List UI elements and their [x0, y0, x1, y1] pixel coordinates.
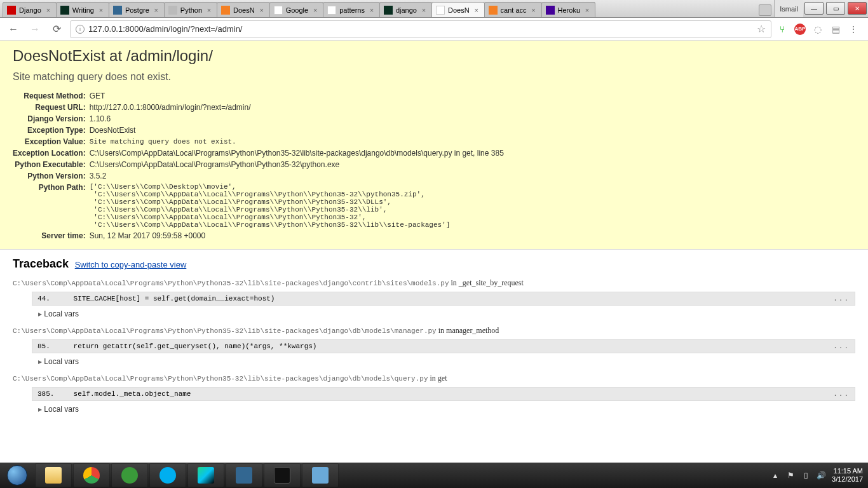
value: C:\Users\Comp\AppData\Local\Programs\Pyt…: [90, 159, 504, 170]
switch-view-link[interactable]: Switch to copy-and-paste view: [75, 260, 187, 269]
local-vars-toggle[interactable]: Local vars: [38, 405, 855, 414]
address-bar[interactable]: i ☆: [70, 20, 771, 38]
label: Request Method:: [13, 90, 90, 102]
browser-tab[interactable]: Python×: [164, 2, 217, 17]
browser-tab[interactable]: django×: [379, 2, 432, 17]
site-info-icon[interactable]: i: [76, 25, 85, 34]
label: Python Path:: [13, 182, 90, 230]
tab-close-icon[interactable]: ×: [153, 6, 160, 14]
value: 1.10.6: [90, 113, 504, 125]
expand-context-icon[interactable]: ...: [833, 390, 850, 398]
tab-close-icon[interactable]: ×: [530, 6, 538, 14]
maximize-button[interactable]: ▭: [826, 2, 845, 15]
tab-favicon: [436, 6, 445, 15]
tray-date: 3/12/2017: [832, 475, 863, 484]
browser-tab[interactable]: DoesN×: [431, 2, 485, 17]
tray-clock[interactable]: 11:15 AM 3/12/2017: [832, 467, 863, 484]
browser-tab[interactable]: Django×: [3, 2, 57, 17]
tab-title: patterns: [339, 6, 365, 14]
taskbar-item-notes[interactable]: [302, 463, 339, 487]
taskbar-item-pgadmin[interactable]: [226, 463, 262, 487]
reload-button[interactable]: ⟳: [48, 21, 65, 37]
minimize-button[interactable]: —: [804, 2, 824, 15]
expand-context-icon[interactable]: ...: [833, 342, 850, 350]
forward-button[interactable]: →: [27, 21, 43, 37]
tray-time: 11:15 AM: [832, 467, 863, 475]
browser-tab[interactable]: Google×: [269, 2, 323, 17]
url-input[interactable]: [88, 24, 753, 34]
taskbar-item-pycharm[interactable]: [187, 463, 224, 487]
extension-icon[interactable]: ▤: [830, 24, 841, 35]
browser-tab[interactable]: cant acc×: [484, 2, 542, 17]
error-subheading: Site matching query does not exist.: [13, 71, 855, 83]
tab-favicon: [60, 6, 69, 15]
tab-close-icon[interactable]: ×: [258, 6, 266, 14]
back-button[interactable]: ←: [5, 21, 22, 37]
tab-close-icon[interactable]: ×: [44, 6, 52, 14]
adblock-extension-icon[interactable]: ABP: [794, 24, 806, 35]
tab-title: Python: [180, 6, 202, 14]
tab-close-icon[interactable]: ×: [311, 6, 319, 14]
frame-code-line[interactable]: 44. SITE_CACHE[host] = self.get(domain__…: [32, 292, 855, 306]
tab-title: Heroku: [558, 6, 580, 14]
browser-tab[interactable]: DoesN×: [217, 2, 270, 17]
value: DoesNotExist: [90, 125, 504, 136]
tray-volume-icon[interactable]: 🔊: [817, 471, 825, 480]
label: Request URL:: [13, 102, 90, 113]
browser-tab[interactable]: Heroku×: [541, 2, 595, 17]
traceback-section: Traceback Switch to copy-and-paste view …: [0, 250, 868, 421]
start-button[interactable]: [0, 463, 34, 488]
value: 3.5.2: [90, 170, 504, 182]
frame-location: C:\Users\Comp\AppData\Local\Programs\Pyt…: [13, 278, 855, 288]
frame-code-line[interactable]: 385. self.model._meta.object_name...: [32, 387, 855, 401]
taskbar-item-skype[interactable]: [149, 463, 186, 487]
tray-show-hidden-icon[interactable]: ▴: [771, 471, 780, 480]
expand-context-icon[interactable]: ...: [833, 295, 850, 302]
browser-tab[interactable]: Writing×: [56, 2, 109, 17]
label: Exception Location:: [13, 147, 90, 159]
system-tray: ▴ ⚑ ▯ 🔊 11:15 AM 3/12/2017: [766, 467, 868, 484]
label: Python Executable:: [13, 159, 90, 170]
traceback-frame: C:\Users\Comp\AppData\Local\Programs\Pyt…: [13, 326, 855, 366]
close-button[interactable]: ✕: [848, 2, 867, 15]
tab-close-icon[interactable]: ×: [97, 6, 105, 14]
tab-favicon: [489, 6, 498, 15]
extension-icon[interactable]: ⑂: [776, 24, 788, 35]
tab-close-icon[interactable]: ×: [420, 6, 428, 14]
profile-button[interactable]: Ismail: [774, 0, 803, 17]
bookmark-star-icon[interactable]: ☆: [757, 23, 766, 35]
label: Exception Value:: [13, 136, 90, 147]
taskbar-item-explorer[interactable]: [35, 463, 72, 487]
error-summary: DoesNotExist at /admin/login/ Site match…: [0, 41, 868, 250]
windows-taskbar: ▴ ⚑ ▯ 🔊 11:15 AM 3/12/2017: [0, 463, 868, 488]
titlebar: Django×Writing×Postgre×Python×DoesN×Goog…: [0, 0, 868, 18]
local-vars-toggle[interactable]: Local vars: [38, 357, 855, 366]
tab-close-icon[interactable]: ×: [473, 6, 480, 14]
browser-toolbar: ← → ⟳ i ☆ ⑂ ABP ◌ ▤ ⋮: [0, 18, 868, 41]
value: Sun, 12 Mar 2017 09:59:58 +0000: [90, 230, 504, 241]
taskbar-item-cmd[interactable]: [264, 463, 301, 487]
tray-network-icon[interactable]: ▯: [801, 471, 810, 480]
extension-icon[interactable]: ◌: [812, 24, 824, 35]
tab-favicon: [168, 6, 177, 15]
tab-close-icon[interactable]: ×: [205, 6, 213, 14]
value: Site matching query does not exist.: [90, 136, 504, 147]
tab-title: cant acc: [501, 6, 527, 14]
local-vars-toggle[interactable]: Local vars: [38, 309, 855, 318]
error-heading: DoesNotExist at /admin/login/: [13, 47, 855, 65]
taskbar-item-chrome[interactable]: [73, 463, 110, 487]
tab-title: Writing: [72, 6, 94, 14]
new-tab-button[interactable]: [759, 4, 771, 16]
frame-location: C:\Users\Comp\AppData\Local\Programs\Pyt…: [13, 326, 855, 336]
frame-code-line[interactable]: 85. return getattr(self.get_queryset(), …: [32, 339, 855, 353]
browser-tab[interactable]: patterns×: [323, 2, 380, 17]
browser-window: Django×Writing×Postgre×Python×DoesN×Goog…: [0, 0, 868, 488]
browser-tab[interactable]: Postgre×: [109, 2, 165, 17]
tray-flag-icon[interactable]: ⚑: [786, 471, 795, 480]
tab-close-icon[interactable]: ×: [368, 6, 376, 14]
tab-close-icon[interactable]: ×: [583, 6, 591, 14]
traceback-frame: C:\Users\Comp\AppData\Local\Programs\Pyt…: [13, 374, 855, 414]
page-viewport[interactable]: DoesNotExist at /admin/login/ Site match…: [0, 41, 868, 463]
menu-button[interactable]: ⋮: [848, 24, 859, 35]
taskbar-item-utorrent[interactable]: [111, 463, 148, 487]
